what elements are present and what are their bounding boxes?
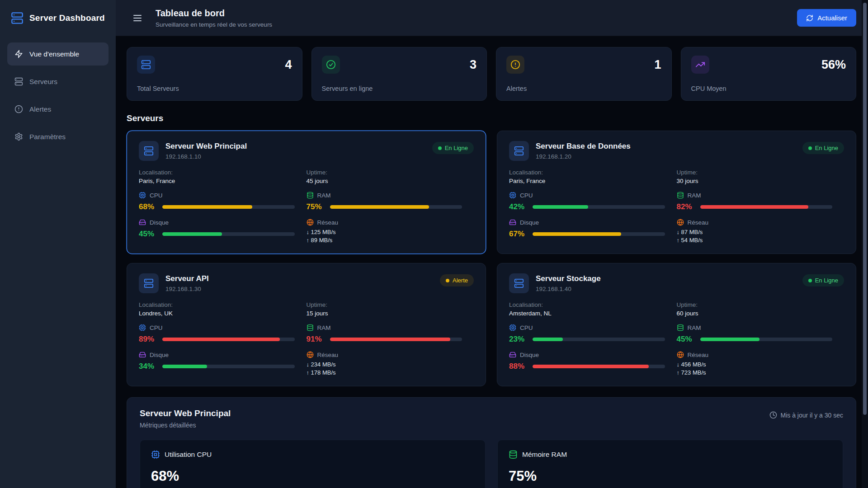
trending-up-icon — [695, 60, 705, 70]
globe-icon — [307, 351, 314, 358]
detail-title: Serveur Web Principal — [140, 408, 231, 418]
network-upload: ↑ 723 MB/s — [677, 369, 844, 376]
server-ip: 192.168.1.10 — [165, 153, 247, 160]
uptime-block: Uptime: 45 jours — [307, 169, 474, 184]
panel-title: Utilisation CPU — [165, 450, 212, 459]
sidebar-item-serveurs[interactable]: Serveurs — [7, 70, 108, 93]
server-card[interactable]: Serveur Base de Données 192.168.1.20 En … — [497, 131, 856, 254]
detail-subtitle: Métriques détaillées — [140, 422, 231, 429]
disk-metric: Disque 34% — [139, 351, 307, 376]
ram-metric: RAM 91% — [307, 324, 474, 344]
app-title: Server Dashboard — [29, 13, 105, 23]
last-updated: Mis à jour il y a 30 sec — [769, 411, 844, 419]
server-identity: Serveur Stockage 192.168.1.40 — [536, 273, 601, 292]
uptime-value: 45 jours — [307, 178, 474, 184]
location-label: Localisation: — [509, 169, 677, 176]
disk-progressbar — [162, 232, 295, 236]
ram-percent: 82% — [677, 202, 696, 211]
page-title: Tableau de bord — [156, 8, 272, 19]
sidebar-nav: Vue d'ensemble Serveurs Alertes Paramètr… — [0, 42, 116, 148]
server-ip: 192.168.1.20 — [536, 153, 631, 160]
scrollbar-thumb[interactable] — [863, 3, 867, 415]
hamburger-menu-button[interactable] — [131, 12, 144, 24]
disk-metric: Disque 88% — [509, 351, 677, 376]
hard-drive-icon — [139, 219, 146, 226]
server-card[interactable]: Serveur Web Principal 192.168.1.10 En Li… — [127, 131, 486, 254]
server-icon-tile — [509, 141, 529, 161]
status-label: En Ligne — [445, 145, 468, 151]
ram-progressbar — [330, 338, 462, 341]
sidebar-item-label: Serveurs — [29, 78, 57, 86]
server-card[interactable]: Serveur Stockage 192.168.1.40 En Ligne L… — [497, 263, 856, 386]
server-name: Serveur API — [165, 273, 209, 283]
stat-label: Serveurs en ligne — [322, 85, 477, 92]
detail-metric-panels: Utilisation CPU 68% Utilisation actuelle… — [140, 440, 843, 488]
stat-label: Alertes — [506, 85, 661, 92]
cpu-icon — [151, 450, 160, 459]
server-name: Serveur Stockage — [536, 273, 601, 283]
ram-label: RAM — [317, 192, 331, 199]
vertical-scrollbar[interactable] — [862, 0, 868, 488]
uptime-value: 15 jours — [307, 310, 474, 317]
server-detail-panel: Serveur Web Principal Métriques détaillé… — [127, 397, 856, 488]
disk-progressbar — [533, 232, 665, 236]
cpu-progressbar — [533, 205, 665, 209]
cpu-label: CPU — [150, 192, 163, 199]
stat-value: 4 — [285, 58, 292, 72]
gear-icon — [14, 132, 23, 141]
sidebar-item-vue-densemble[interactable]: Vue d'ensemble — [7, 42, 108, 66]
uptime-block: Uptime: 30 jours — [677, 169, 844, 184]
ram-percent: 91% — [307, 335, 326, 344]
panel-value: 68% — [151, 468, 474, 484]
globe-icon — [677, 219, 684, 226]
stat-card-total-serveurs: 4 Total Serveurs — [127, 47, 302, 101]
network-label: Réseau — [317, 352, 339, 358]
server-name: Serveur Base de Données — [536, 141, 631, 151]
refresh-button[interactable]: Actualiser — [797, 9, 856, 27]
detail-titles: Serveur Web Principal Métriques détaillé… — [140, 408, 231, 429]
ram-metric: RAM 75% — [307, 192, 474, 211]
cpu-icon — [509, 324, 516, 331]
uptime-value: 60 jours — [677, 310, 844, 317]
status-badge: Alerte — [440, 274, 474, 286]
disk-percent: 88% — [509, 362, 528, 371]
main-area: Tableau de bord Surveillance en temps ré… — [116, 0, 868, 488]
status-badge: En Ligne — [432, 142, 474, 154]
refresh-label: Actualiser — [817, 14, 847, 22]
ram-label: RAM — [317, 324, 331, 331]
location-block: Localisation: Amsterdam, NL — [509, 301, 677, 317]
server-identity: Serveur Web Principal 192.168.1.10 — [165, 141, 247, 160]
ram-metric: RAM 45% — [677, 324, 844, 344]
ram-progressbar — [700, 205, 833, 209]
network-metric: Réseau ↓ 125 MB/s ↑ 89 MB/s — [307, 219, 474, 244]
network-upload: ↑ 178 MB/s — [307, 369, 474, 376]
location-value: Paris, France — [509, 178, 677, 184]
ram-percent: 45% — [677, 335, 696, 344]
network-metric: Réseau ↓ 456 MB/s ↑ 723 MB/s — [677, 351, 844, 376]
status-dot — [808, 279, 812, 282]
cpu-percent: 68% — [139, 202, 158, 211]
server-card[interactable]: Serveur API 192.168.1.30 Alerte Localisa… — [127, 263, 486, 386]
server-icon — [144, 278, 154, 288]
database-icon — [677, 324, 684, 331]
disk-progressbar — [533, 365, 665, 368]
cpu-icon — [509, 192, 516, 199]
network-label: Réseau — [688, 219, 709, 226]
ram-metric: RAM 82% — [677, 192, 844, 211]
ram-label: RAM — [688, 324, 701, 331]
server-name: Serveur Web Principal — [165, 141, 247, 151]
alert-circle-icon — [14, 105, 23, 113]
disk-percent: 45% — [139, 230, 158, 239]
server-icon — [144, 146, 154, 156]
uptime-block: Uptime: 15 jours — [307, 301, 474, 317]
stat-value: 1 — [654, 58, 661, 72]
disk-percent: 34% — [139, 362, 158, 371]
server-identity: Serveur API 192.168.1.30 — [165, 273, 209, 292]
server-icon — [14, 77, 23, 86]
sidebar-item-alertes[interactable]: Alertes — [7, 98, 108, 121]
cpu-progressbar — [162, 338, 295, 341]
disk-label: Disque — [150, 352, 169, 358]
ram-progressbar — [330, 205, 462, 209]
sidebar-item-parametres[interactable]: Paramètres — [7, 125, 108, 148]
disk-label: Disque — [520, 352, 539, 358]
